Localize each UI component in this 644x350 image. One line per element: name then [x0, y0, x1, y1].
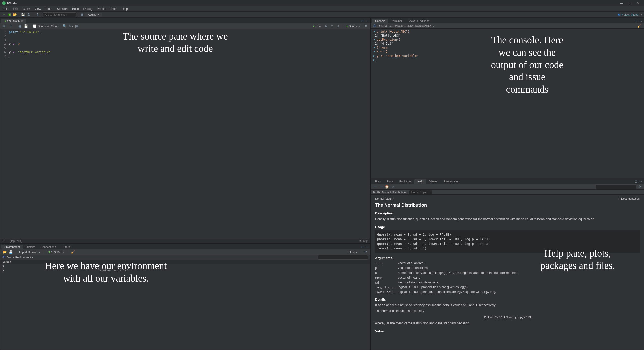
go-down-icon[interactable]: ⇩ [336, 24, 340, 29]
source-menu-button[interactable]: ▸ Source [345, 24, 362, 28]
menu-tools[interactable]: Tools [108, 7, 119, 11]
env-row[interactable]: x 2 [0, 264, 370, 268]
separator [33, 13, 33, 17]
source-on-save-checkbox[interactable] [33, 24, 36, 28]
scope-select[interactable]: Global Environment [7, 256, 33, 259]
find-replace-icon[interactable]: 🔍 [62, 24, 67, 29]
menu-view[interactable]: View [33, 7, 43, 11]
env-search-input[interactable] [318, 255, 368, 260]
menu-file[interactable]: File [2, 7, 10, 11]
arg-desc: number of observations. If length(n) > 1… [398, 271, 640, 275]
help-crumb[interactable]: R: The Normal Distribution [373, 191, 408, 194]
menu-code[interactable]: Code [21, 7, 32, 11]
find-in-topic-input[interactable] [409, 190, 432, 194]
pane-collapse-icon[interactable]: ▭ [638, 19, 643, 23]
grid-icon[interactable]: ▦ [80, 12, 84, 17]
wand-icon[interactable]: ✎ [68, 24, 73, 29]
rerun-icon[interactable]: ↻ [324, 24, 328, 29]
new-file-icon[interactable]: ＋ [2, 12, 6, 17]
pane-zoom-icon[interactable]: ⊡ [634, 179, 638, 184]
code-area[interactable]: print("Hello ABC") x <- 2 y <- "another … [7, 29, 370, 239]
tab-console[interactable]: Console [372, 19, 388, 23]
save-file-icon[interactable]: 💾 [24, 24, 28, 29]
lang-label: R Script [359, 240, 368, 243]
help-search-input[interactable] [596, 184, 636, 189]
import-dataset-button[interactable]: Import Dataset [18, 250, 42, 254]
console-output[interactable]: > print("Hello ABC") [1] "Hello ABC" > g… [371, 29, 644, 178]
popout-icon[interactable]: ⤢ [433, 24, 435, 28]
project-button[interactable]: ▣ Project: (None) [617, 13, 642, 16]
minimize-button[interactable]: — [620, 2, 623, 5]
help-pane: Files Plots Packages Help Viewer Present… [371, 178, 644, 350]
new-project-icon[interactable]: ▣ [7, 12, 12, 17]
close-tab-icon[interactable]: ✕ [21, 20, 23, 22]
txt: or [385, 303, 390, 307]
addins-button[interactable]: Addins [85, 13, 102, 17]
forward-icon[interactable]: ⇥ [8, 24, 13, 29]
back-icon[interactable]: ⇤ [2, 24, 7, 29]
cursor-position: 7:1 [2, 240, 6, 243]
arg-row: lower.taillogical; if TRUE (default), pr… [375, 290, 640, 294]
tab-connections[interactable]: Connections [38, 245, 59, 249]
close-button[interactable]: ✕ [637, 2, 640, 5]
load-icon[interactable]: 📂 [2, 250, 7, 254]
open-file-icon[interactable]: 📂 [13, 12, 17, 17]
outline-icon[interactable]: ≡ [363, 24, 368, 29]
pane-zoom-icon[interactable]: ⊡ [634, 19, 638, 23]
clear-console-icon[interactable]: 🧹 [637, 24, 642, 28]
env-row[interactable]: y "another variable" [0, 268, 370, 273]
run-button[interactable]: ▸ Run [312, 24, 322, 28]
help-home-icon[interactable]: 🏠 [385, 184, 389, 189]
memory-pie-icon: ◑ [48, 250, 50, 254]
tab-terminal[interactable]: Terminal [388, 19, 405, 23]
menu-session[interactable]: Session [55, 7, 70, 11]
help-back-icon[interactable]: ⇦ [373, 184, 377, 189]
go-up-icon[interactable]: ⇧ [330, 24, 334, 29]
tab-history[interactable]: History [23, 245, 38, 249]
save-icon[interactable]: 💾 [21, 12, 25, 17]
help-refresh-icon[interactable]: ⟳ [638, 184, 642, 189]
view-mode-button[interactable]: ≡ List [346, 250, 359, 254]
source-on-save-label: Source on Save [38, 25, 58, 28]
save-all-icon[interactable]: 🗎 [26, 12, 31, 17]
source-tab[interactable]: ● abc_first.R ✕ [1, 19, 26, 23]
memory-button[interactable]: ◑189 MiB [46, 250, 66, 254]
menu-plots[interactable]: Plots [44, 7, 54, 11]
arg-desc: vector of standard deviations. [398, 281, 640, 284]
show-in-new-icon[interactable]: ▦ [18, 24, 22, 29]
help-popout-icon[interactable]: ⤢ [391, 184, 395, 189]
tab-packages[interactable]: Packages [396, 179, 414, 184]
goto-file-input[interactable] [43, 12, 76, 17]
save-workspace-icon[interactable]: 💾 [8, 250, 13, 254]
tab-files[interactable]: Files [372, 179, 384, 184]
pane-collapse-icon[interactable]: ▭ [365, 245, 369, 249]
code-inline: mean [378, 303, 385, 307]
broom-icon[interactable]: 🧹 [71, 250, 75, 254]
tab-help[interactable]: Help [414, 179, 426, 184]
tab-presentation[interactable]: Presentation [441, 179, 462, 184]
line-number: 5 [0, 46, 6, 50]
tab-tutorial[interactable]: Tutorial [59, 245, 74, 249]
menu-build[interactable]: Build [70, 7, 81, 11]
tab-plots-right[interactable]: Plots [384, 179, 396, 184]
code-editor[interactable]: 1 2 3 4 5 6 7 print("Hello ABC") x <- 2 … [0, 29, 370, 239]
tab-viewer[interactable]: Viewer [426, 179, 441, 184]
menu-help[interactable]: Help [120, 7, 130, 11]
tab-background-jobs[interactable]: Background Jobs [405, 19, 432, 23]
pane-collapse-icon[interactable]: ▭ [638, 179, 643, 184]
pane-zoom-icon[interactable]: ⊡ [360, 19, 365, 23]
menu-debug[interactable]: Debug [81, 7, 94, 11]
print-icon[interactable]: 🖨 [35, 12, 39, 17]
scope-label[interactable]: (Top Level) [10, 240, 22, 243]
pane-collapse-icon[interactable]: ▭ [365, 19, 369, 23]
menu-edit[interactable]: Edit [11, 7, 20, 11]
refresh-icon[interactable]: ⟳ [363, 250, 368, 254]
rstudio-icon [2, 1, 6, 5]
help-forward-icon[interactable]: ⇨ [379, 184, 383, 189]
help-content[interactable]: Normal {stats} R Documentation The Norma… [371, 195, 644, 350]
tab-environment[interactable]: Environment [1, 245, 23, 249]
maximize-button[interactable]: ▢ [628, 2, 631, 5]
pane-zoom-icon[interactable]: ⊡ [360, 245, 365, 249]
menu-profile[interactable]: Profile [95, 7, 107, 11]
compile-icon[interactable]: ▤ [74, 24, 79, 29]
